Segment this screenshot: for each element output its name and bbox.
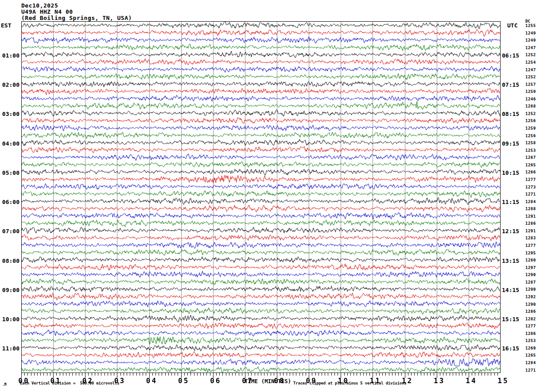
dc-value: 1253: [525, 149, 536, 153]
dc-value: 1249: [525, 31, 536, 35]
title-location: (Red Boiling Springs, TN, USA): [21, 15, 132, 21]
heliplot-page: { "title": { "date": "Dec10,2025", "stat…: [0, 0, 536, 392]
dc-value: 1266: [525, 170, 536, 174]
right-timezone-header: UTC: [507, 23, 517, 28]
seismogram-canvas: [21, 21, 501, 380]
dc-value: 1265: [525, 354, 536, 357]
x-tick-label: 06: [210, 377, 221, 384]
dc-value: 1280: [525, 258, 536, 262]
utc-hour-label: 11:15: [502, 199, 519, 205]
utc-hour-label: 08:15: [502, 111, 519, 117]
dc-value: 1259: [525, 127, 536, 131]
dc-value: 1257: [525, 83, 536, 87]
left-timezone-header: EST: [1, 23, 11, 28]
x-tick-label: 05: [178, 377, 189, 384]
dc-value: 1259: [525, 90, 536, 94]
dc-value: 1271: [525, 369, 536, 373]
dc-value: 1247: [525, 68, 536, 72]
dc-value: 1290: [525, 273, 536, 277]
vertical-scale-note: Each Vertical Division = 500.00 microvol…: [20, 381, 119, 385]
utc-hour-label: 10:15: [502, 170, 519, 176]
dc-value: 1256: [525, 119, 536, 123]
dc-value: 1246: [525, 97, 536, 101]
dc-value: 1249: [525, 38, 536, 42]
dc-value: 1286: [525, 310, 536, 314]
dc-value: 1252: [525, 53, 536, 57]
dc-value: 1269: [525, 346, 536, 350]
est-hour-label: 10:00: [0, 316, 19, 322]
dc-value: 1253: [525, 339, 536, 343]
utc-hour-label: 07:15: [502, 82, 519, 88]
dc-value: 1254: [525, 61, 536, 65]
dc-value: 1288: [525, 207, 536, 211]
clip-note: Traces clipped at plus/minus 5 vertical …: [293, 381, 407, 385]
est-hour-label: 01:00: [0, 53, 19, 58]
title-date: Dec10,2025: [21, 3, 58, 8]
dc-value: 1292: [525, 295, 536, 299]
dc-value: 1295: [525, 251, 536, 255]
corner-logo: .M: [2, 383, 7, 387]
x-tick-label: 14: [466, 377, 477, 384]
dc-column-header: DC: [525, 19, 530, 23]
est-hour-label: 09:00: [0, 287, 19, 293]
utc-hour-label: 06:15: [502, 53, 519, 58]
dc-value: 1252: [525, 75, 536, 79]
dc-value: 1273: [525, 185, 536, 189]
dc-value: 1247: [525, 46, 536, 50]
dc-value: 1277: [525, 324, 536, 328]
est-hour-label: 05:00: [0, 170, 19, 176]
utc-hour-label: 14:15: [502, 287, 519, 293]
utc-hour-label: 15:15: [502, 316, 519, 322]
est-hour-label: 08:00: [0, 258, 19, 264]
utc-hour-label: 13:15: [502, 258, 519, 264]
dc-value: 1277: [525, 244, 536, 248]
est-hour-label: 07:00: [0, 228, 19, 234]
dc-value: 1286: [525, 332, 536, 336]
dc-value: 1290: [525, 288, 536, 292]
est-hour-label: 06:00: [0, 199, 19, 205]
dc-value: 1291: [525, 215, 536, 219]
utc-hour-label: 09:15: [502, 141, 519, 146]
dc-value: 1297: [525, 266, 536, 270]
x-tick-label: 15: [497, 377, 509, 384]
dc-value: 1252: [525, 112, 536, 116]
dc-value: 1291: [525, 229, 536, 233]
dc-value: 1290: [525, 303, 536, 307]
dc-value: 1286: [525, 222, 536, 226]
dc-value: 1284: [525, 200, 536, 204]
est-hour-label: 02:00: [0, 82, 19, 88]
est-hour-label: 03:00: [0, 111, 19, 117]
x-tick-label: 13: [434, 377, 445, 384]
dc-value: 1258: [525, 141, 536, 145]
dc-value: 1255: [525, 24, 536, 28]
dc-value: 1284: [525, 361, 536, 365]
est-hour-label: 11:00: [0, 346, 19, 351]
utc-hour-label: 12:15: [502, 228, 519, 234]
title-station: U49A HHZ N4 00: [21, 9, 73, 15]
dc-value: 1287: [525, 281, 536, 284]
dc-value: 1271: [525, 192, 536, 196]
dc-value: 1268: [525, 104, 536, 108]
x-axis-title: TIME (MINUTES): [245, 379, 291, 384]
dc-value: 1282: [525, 317, 536, 321]
dc-value: 1283: [525, 236, 536, 240]
dc-value: 1265: [525, 163, 536, 167]
dc-value: 1256: [525, 134, 536, 138]
est-hour-label: 04:00: [0, 141, 19, 146]
x-tick-label: 04: [146, 377, 157, 384]
dc-value: 1277: [525, 178, 536, 182]
dc-value: 1267: [525, 156, 536, 160]
utc-hour-label: 16:15: [502, 346, 519, 351]
